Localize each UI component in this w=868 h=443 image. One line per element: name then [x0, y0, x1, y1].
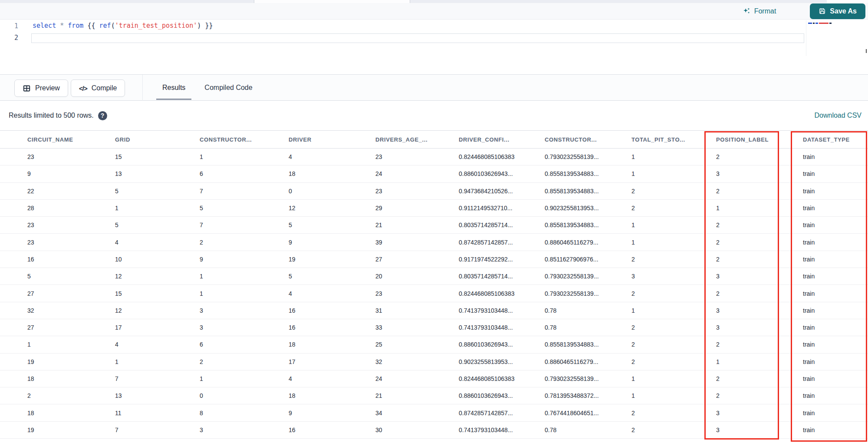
- line-number-1: 1: [8, 22, 18, 30]
- table-cell: 18: [289, 341, 375, 348]
- table-cell: 18: [289, 392, 375, 399]
- tab-compiled-code[interactable]: Compiled Code: [195, 75, 262, 101]
- table-cell: 2: [631, 256, 716, 263]
- table-cell: 23: [375, 290, 459, 297]
- table-cell: 1: [631, 170, 716, 177]
- table-cell: 9: [289, 239, 375, 246]
- header-cell: DRIVER_CONFI...: [459, 136, 545, 143]
- action-row: Preview </> Compile ResultsCompiled Code: [0, 74, 868, 101]
- table-cell: 5: [289, 222, 375, 228]
- table-row: 281512290.9112149532710...0.902325581395…: [0, 200, 868, 217]
- table-cell: train: [803, 392, 868, 399]
- table-cell: 2: [716, 153, 803, 160]
- table-cell: 0.7930232558139...: [545, 290, 631, 297]
- table-row: 271514230.8244680851063830.7930232558139…: [0, 285, 868, 302]
- table-cell: 1: [115, 205, 200, 212]
- table-cell: 4: [289, 153, 375, 160]
- code-token: [56, 22, 60, 30]
- download-csv-link[interactable]: Download CSV: [815, 112, 862, 119]
- table-cell: train: [803, 153, 868, 160]
- save-as-button[interactable]: Save As: [810, 3, 865, 19]
- table-cell: 0.78: [545, 324, 631, 331]
- tab-results[interactable]: Results: [153, 75, 195, 101]
- table-cell: 7: [200, 188, 289, 195]
- code-token: ): [197, 22, 201, 30]
- help-icon[interactable]: ?: [98, 111, 107, 120]
- format-button[interactable]: Format: [743, 7, 776, 15]
- table-cell: 3: [716, 307, 803, 314]
- table-body: 231514230.8244680851063830.7930232558139…: [0, 149, 868, 439]
- table-cell: train: [803, 358, 868, 365]
- table-cell: 9: [200, 256, 289, 263]
- table-cell: 1: [631, 222, 716, 228]
- table-cell: 23: [27, 153, 115, 160]
- results-bar: Results limited to 500 rows. ? Download …: [0, 101, 868, 131]
- table-cell: 0.7413793103448...: [459, 426, 545, 433]
- table-cell: 0.8860103626943...: [459, 170, 545, 177]
- active-empty-line: [31, 33, 804, 43]
- table-cell: 25: [375, 341, 459, 348]
- table-cell: 2: [631, 410, 716, 417]
- table-cell: 19: [289, 256, 375, 263]
- table-cell: train: [803, 188, 868, 195]
- table-cell: train: [803, 324, 868, 331]
- table-cell: 10: [115, 256, 200, 263]
- table-cell: 1: [631, 307, 716, 314]
- table-cell: 5: [115, 188, 200, 195]
- table-cell: train: [803, 290, 868, 297]
- preview-button[interactable]: Preview: [14, 79, 68, 97]
- table-cell: 7: [115, 426, 200, 433]
- table-cell: 18: [289, 170, 375, 177]
- table-cell: 9: [27, 170, 115, 177]
- table-cell: 0.824468085106383: [459, 153, 545, 160]
- table-cell: 4: [115, 341, 200, 348]
- table-cell: 2: [716, 222, 803, 228]
- table-cell: 21: [375, 392, 459, 399]
- table-cell: 0.9023255813953...: [545, 205, 631, 212]
- table-cell: 2: [716, 188, 803, 195]
- table-cell: 12: [115, 307, 200, 314]
- table-row: 18714240.8244680851063830.7930232558139.…: [0, 370, 868, 387]
- section-divider: [142, 75, 143, 101]
- table-cell: 27: [375, 256, 459, 263]
- table-cell: 33: [375, 324, 459, 331]
- tab-fragment-right: [827, 0, 868, 3]
- table-row: 197316300.7413793103448...0.7823train: [0, 422, 868, 439]
- table-row: 2717316330.7413793103448...0.7823train: [0, 319, 868, 336]
- compile-button[interactable]: </> Compile: [71, 79, 125, 97]
- table-cell: 0.7413793103448...: [459, 324, 545, 331]
- table-cell: 4: [115, 239, 200, 246]
- table-cell: 1: [27, 341, 115, 348]
- table-cell: 23: [27, 222, 115, 228]
- table-cell: 1: [115, 358, 200, 365]
- table-cell: 0.78: [545, 426, 631, 433]
- table-cell: 2: [716, 392, 803, 399]
- table-cell: 5: [289, 273, 375, 280]
- table-cell: 1: [200, 273, 289, 280]
- table-cell: 12: [115, 273, 200, 280]
- table-cell: 1: [200, 153, 289, 160]
- table-cell: 16: [289, 307, 375, 314]
- editor-minimap[interactable]: [806, 20, 867, 56]
- table-cell: 0.8558139534883...: [545, 188, 631, 195]
- table-cell: 15: [115, 153, 200, 160]
- table-cell: 2: [631, 290, 716, 297]
- code-token: }}: [205, 22, 213, 30]
- table-cell: 19: [27, 426, 115, 433]
- table-cell: 1: [716, 205, 803, 212]
- table-cell: 20: [375, 273, 459, 280]
- table-cell: 1: [631, 239, 716, 246]
- table-cell: train: [803, 341, 868, 348]
- floppy-disk-icon: [819, 7, 826, 15]
- header-cell: GRID: [115, 136, 200, 143]
- table-cell: 4: [289, 290, 375, 297]
- table-cell: 0.9473684210526...: [459, 188, 545, 195]
- sql-code-editor[interactable]: 1 2 select * from {{ ref('train_test_pos…: [0, 20, 868, 74]
- table-cell: 2: [631, 341, 716, 348]
- table-cell: 3: [716, 426, 803, 433]
- table-cell: 0: [289, 188, 375, 195]
- header-cell: POSITION_LABEL: [716, 136, 803, 143]
- table-cell: 2: [716, 375, 803, 382]
- table-cell: 34: [375, 410, 459, 417]
- table-cell: 0.8860103626943...: [459, 341, 545, 348]
